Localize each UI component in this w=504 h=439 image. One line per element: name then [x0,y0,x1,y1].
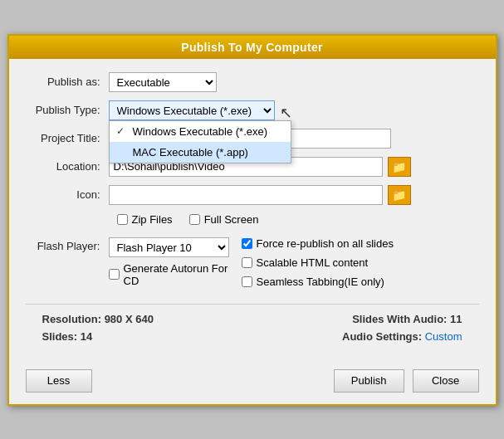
zip-files-checkbox[interactable] [117,214,128,225]
less-button[interactable]: Less [26,369,92,393]
icon-input[interactable] [109,185,383,205]
publish-dialog: Publish To My Computer Publish as: Execu… [7,34,497,406]
dropdown-option-exe[interactable]: Windows Executable (*.exe) [110,121,291,142]
publish-type-wrapper: Windows Executable (*.exe) Windows Execu… [109,100,275,120]
cursor-indicator: ↖ [280,104,292,122]
icon-label: Icon: [26,188,109,201]
audio-settings-stat: Audio Settings: Custom [342,330,462,343]
scalable-html-checkbox[interactable] [242,257,252,268]
full-screen-checkbox-label[interactable]: Full Screen [189,213,259,226]
divider [26,304,479,305]
force-republish-checkbox[interactable] [242,238,252,249]
slides-audio-stat: Slides With Audio: 11 [352,313,462,325]
force-republish-checkbox-label[interactable]: Force re-publish on all slides [242,237,479,250]
slides-stat: Slides: 14 [42,330,93,343]
close-button[interactable]: Close [413,369,479,393]
publish-button[interactable]: Publish [334,369,404,393]
publish-type-dropdown: Windows Executable (*.exe) MAC Executabl… [109,120,291,163]
seamless-tabbing-checkbox[interactable] [242,276,252,287]
icon-browse-button[interactable]: 📁 [388,185,411,205]
full-screen-checkbox[interactable] [189,214,200,225]
dialog-title: Publish To My Computer [9,36,496,59]
generate-autorun-label: Generate Autorun For CD [124,262,242,287]
flash-player-select[interactable]: Flash Player 10 [109,237,229,257]
generate-autorun-checkbox[interactable] [109,269,120,280]
bottom-buttons-bar: Less Publish Close [9,361,496,404]
audio-settings-link[interactable]: Custom [425,330,462,343]
dropdown-option-app[interactable]: MAC Executable (*.app) [110,142,291,163]
seamless-tabbing-checkbox-label[interactable]: Seamless Tabbing(IE only) [242,276,479,288]
publish-as-label: Publish as: [26,76,109,88]
zip-files-checkbox-label[interactable]: Zip Files [117,213,173,226]
publish-type-select[interactable]: Windows Executable (*.exe) [109,100,275,120]
scalable-html-checkbox-label[interactable]: Scalable HTML content [242,256,479,269]
resolution-stat: Resolution: 980 X 640 [42,313,154,325]
publish-type-label: Publish Type: [26,104,109,116]
publish-as-select[interactable]: Executable [109,72,217,92]
flash-player-label: Flash Player: [26,237,109,252]
location-browse-button[interactable]: 📁 [388,157,411,177]
project-title-label: Project Title: [26,132,109,144]
location-label: Location: [26,160,109,173]
